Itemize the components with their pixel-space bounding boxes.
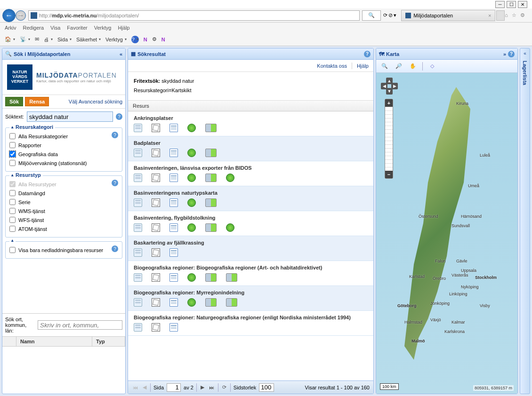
- zoom-track[interactable]: [385, 107, 393, 171]
- tb-n1-icon[interactable]: N: [144, 37, 147, 42]
- dbwms-icon[interactable]: [205, 298, 217, 307]
- type-checkbox[interactable]: [9, 217, 16, 223]
- last-page-button[interactable]: ⏭: [208, 385, 215, 390]
- dl-help-icon[interactable]: ?: [112, 246, 118, 252]
- kontakt-link[interactable]: Kontakta oss: [317, 63, 347, 69]
- dbwms-icon[interactable]: [205, 273, 217, 282]
- first-page-button[interactable]: ⏮: [132, 385, 139, 390]
- soktext-help-icon[interactable]: ?: [116, 113, 122, 120]
- menu-hjalp[interactable]: Hjälp: [118, 25, 129, 31]
- db-icon[interactable]: [134, 223, 142, 232]
- dropdown-icon[interactable]: ▾: [394, 12, 396, 18]
- poly-icon[interactable]: [152, 149, 160, 157]
- tb-n2-icon[interactable]: N: [161, 37, 165, 42]
- search-button[interactable]: 🔍: [362, 10, 381, 21]
- sok-button[interactable]: Sök: [5, 97, 23, 106]
- tb-help-icon[interactable]: ?: [131, 36, 139, 43]
- poly-icon[interactable]: [152, 298, 160, 307]
- dbwms-icon[interactable]: [226, 273, 237, 282]
- doc-icon[interactable]: [169, 198, 178, 207]
- cat-checkbox[interactable]: [9, 151, 16, 157]
- cat-checkbox[interactable]: [9, 142, 16, 148]
- doc-icon[interactable]: [169, 174, 178, 182]
- next-page-button[interactable]: ▶: [200, 384, 205, 390]
- advanced-search-link[interactable]: Välj Avancerad sökning: [69, 99, 122, 104]
- result-item[interactable]: Ankringsplatser: [128, 111, 373, 136]
- type-checkbox[interactable]: [9, 208, 16, 214]
- doc-icon[interactable]: [169, 248, 178, 257]
- window-minimize[interactable]: ─: [495, 1, 505, 8]
- db-icon[interactable]: [134, 298, 142, 307]
- globe-icon[interactable]: [187, 198, 196, 207]
- type-checkbox[interactable]: [9, 226, 16, 232]
- tb-verktyg[interactable]: Verktyg: [105, 37, 127, 42]
- doc-icon[interactable]: [169, 223, 178, 232]
- col-namn[interactable]: Namn: [16, 337, 92, 346]
- results-help-icon[interactable]: ?: [364, 51, 371, 57]
- ort-input[interactable]: [38, 320, 122, 330]
- zoom-plus-button[interactable]: +: [385, 99, 393, 107]
- menu-verktyg[interactable]: Verktyg: [94, 25, 112, 31]
- globe-icon[interactable]: [187, 298, 196, 307]
- dl-only-checkbox[interactable]: [9, 247, 16, 253]
- result-item[interactable]: Badplatser: [128, 136, 373, 161]
- url-input[interactable]: http://mdp.vic-metria.nu/miljodataportal…: [28, 10, 360, 21]
- poly-icon[interactable]: [152, 124, 160, 132]
- db-icon[interactable]: [134, 124, 142, 132]
- rensa-button[interactable]: Rensa: [25, 97, 49, 106]
- dbwms-icon[interactable]: [205, 198, 217, 207]
- zoom-slider[interactable]: + −: [385, 99, 393, 179]
- forward-button[interactable]: →: [16, 10, 26, 21]
- dbwms-icon[interactable]: [205, 149, 217, 157]
- poly-icon[interactable]: [152, 174, 160, 182]
- collapse-left-icon[interactable]: «: [120, 51, 122, 57]
- db-icon[interactable]: [134, 273, 142, 282]
- result-item[interactable]: Biogeografiska regioner: Naturgeografisk…: [128, 311, 373, 336]
- dbwms-icon[interactable]: [226, 298, 237, 307]
- poly-icon[interactable]: [152, 323, 160, 332]
- tab-close-icon[interactable]: ×: [488, 13, 491, 18]
- map-help-icon[interactable]: ?: [508, 51, 515, 57]
- maximize-map-icon[interactable]: »: [503, 51, 506, 57]
- tb-sakerhet[interactable]: Säkerhet: [76, 37, 101, 42]
- tb-mail-icon[interactable]: ✉: [35, 36, 39, 42]
- tb-rss-icon[interactable]: 📡: [20, 36, 30, 42]
- cat-checkbox[interactable]: [9, 133, 16, 139]
- window-maximize[interactable]: ☐: [507, 1, 516, 8]
- globe-icon[interactable]: [226, 223, 234, 232]
- tb-sida[interactable]: Sida: [57, 37, 72, 42]
- dbwms-icon[interactable]: [205, 124, 217, 132]
- dbwms-icon[interactable]: [205, 174, 217, 182]
- db-icon[interactable]: [134, 323, 142, 332]
- poly-icon[interactable]: [152, 223, 160, 232]
- db-icon[interactable]: [134, 248, 142, 257]
- menu-arkiv[interactable]: Arkiv: [5, 25, 16, 31]
- map-canvas[interactable]: KirunaLuleåUmeåÖstersundHärnösandSundsva…: [376, 73, 517, 394]
- select-icon[interactable]: ◇: [427, 62, 437, 71]
- db-icon[interactable]: [134, 149, 142, 157]
- type-checkbox[interactable]: [9, 190, 16, 196]
- soktext-input[interactable]: [27, 111, 113, 122]
- new-tab-button[interactable]: [496, 10, 505, 21]
- type-checkbox[interactable]: [9, 199, 16, 205]
- type-checkbox[interactable]: [9, 181, 16, 187]
- globe-icon[interactable]: [187, 223, 196, 232]
- globe-icon[interactable]: [187, 124, 196, 132]
- expand-icon[interactable]: «: [524, 51, 526, 56]
- doc-icon[interactable]: [169, 124, 178, 132]
- result-item[interactable]: Basinventeringen, länsvisa exporter från…: [128, 161, 373, 186]
- globe-icon[interactable]: [226, 174, 234, 182]
- resurs-column-header[interactable]: Resurs: [128, 101, 373, 111]
- refresh-page-button[interactable]: ⟳: [221, 384, 227, 390]
- collapse-icon[interactable]: ▴: [11, 125, 14, 129]
- zoom-out-icon[interactable]: 🔎: [394, 62, 403, 71]
- doc-icon[interactable]: [169, 149, 178, 157]
- page-size-input[interactable]: [259, 383, 274, 392]
- pan-icon[interactable]: ✋: [408, 62, 418, 71]
- type-help-icon[interactable]: ?: [112, 180, 118, 186]
- globe-icon[interactable]: [187, 174, 196, 182]
- zoom-minus-button[interactable]: −: [385, 171, 393, 178]
- page-input[interactable]: [167, 383, 181, 392]
- doc-icon[interactable]: [169, 298, 178, 307]
- result-item[interactable]: Basinventeringens naturtypskarta: [128, 186, 373, 211]
